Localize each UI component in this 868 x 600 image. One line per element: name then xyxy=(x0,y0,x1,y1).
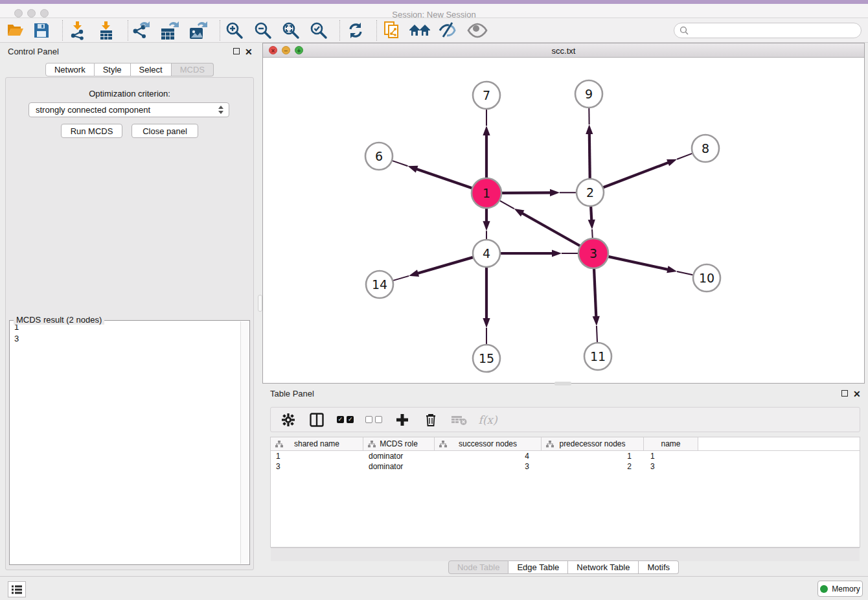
graph-edge-2-8[interactable] xyxy=(603,154,692,188)
table-settings-button[interactable] xyxy=(279,411,298,428)
table-row[interactable]: 1 dominator 4 1 1 xyxy=(271,451,860,461)
svg-text:3: 3 xyxy=(589,246,597,260)
graph-edge-4-15[interactable] xyxy=(483,267,490,344)
run-mcds-button[interactable]: Run MCDS xyxy=(61,124,122,138)
cell-predecessor-nodes[interactable]: 1 xyxy=(542,451,644,461)
result-scrollbar[interactable] xyxy=(240,321,249,564)
graph-node-6[interactable]: 6 xyxy=(365,143,393,170)
tab-select[interactable]: Select xyxy=(131,63,172,76)
import-table-button[interactable] xyxy=(95,20,118,41)
function-builder-button[interactable]: f(x) xyxy=(478,411,497,428)
cell-name[interactable]: 3 xyxy=(644,461,698,472)
zoom-out-button[interactable] xyxy=(251,20,275,41)
table-scrollbar-area[interactable] xyxy=(271,548,860,561)
column-label: name xyxy=(661,439,680,448)
select-all-columns-button[interactable]: ✓ ✓ xyxy=(336,411,355,428)
tab-network-table[interactable]: Network Table xyxy=(568,560,639,574)
list-icon xyxy=(11,584,23,595)
table-panel-float-button[interactable] xyxy=(841,390,848,397)
toolbar-separator xyxy=(62,20,63,41)
delete-column-button[interactable] xyxy=(421,411,440,428)
memory-button[interactable]: Memory xyxy=(817,581,863,597)
graph-edge-4-3[interactable] xyxy=(500,249,578,257)
mcds-result-group: MCDS result (2 nodes) 1 3 xyxy=(9,320,250,565)
tab-mcds[interactable]: MCDS xyxy=(172,63,214,76)
graph-edge-3-11[interactable] xyxy=(593,268,600,342)
cell-predecessor-nodes[interactable]: 2 xyxy=(542,461,644,472)
tab-network[interactable]: Network xyxy=(45,63,95,76)
column-header-name[interactable]: name xyxy=(644,437,698,450)
column-header-mcds-role[interactable]: MCDS role xyxy=(363,437,435,450)
add-column-button[interactable] xyxy=(393,411,412,428)
refresh-button[interactable] xyxy=(344,20,367,41)
import-network-button[interactable] xyxy=(66,20,89,41)
graph-node-4[interactable]: 4 xyxy=(473,240,500,267)
zoom-fit-button[interactable] xyxy=(279,20,303,41)
graph-edge-2-9[interactable] xyxy=(586,108,593,179)
show-graphics-button[interactable] xyxy=(466,20,489,41)
graph-edge-3-10[interactable] xyxy=(608,257,692,275)
graph-edge-1-2[interactable] xyxy=(501,189,576,196)
save-session-button[interactable] xyxy=(30,20,53,41)
control-panel-float-button[interactable] xyxy=(233,48,240,54)
column-header-predecessor-nodes[interactable]: predecessor nodes xyxy=(542,437,644,450)
graph-edge-1-6[interactable] xyxy=(393,161,472,188)
clone-network-button[interactable] xyxy=(380,20,404,41)
task-history-button[interactable] xyxy=(8,581,26,597)
zoom-selected-button[interactable] xyxy=(307,20,330,41)
export-table-button[interactable] xyxy=(158,20,181,41)
unselect-all-columns-button[interactable] xyxy=(364,411,383,428)
export-network-button[interactable] xyxy=(130,20,153,41)
cell-mcds-role[interactable]: dominator xyxy=(363,461,435,472)
column-header-successor-nodes[interactable]: successor nodes xyxy=(435,437,542,450)
search-input[interactable] xyxy=(689,24,861,37)
import-table-icon xyxy=(97,21,116,40)
graph-edge-4-14[interactable] xyxy=(393,257,474,281)
cell-successor-nodes[interactable]: 3 xyxy=(435,461,542,472)
optimization-criterion-select[interactable]: strongly connected component xyxy=(29,102,229,117)
cell-shared-name[interactable]: 1 xyxy=(271,451,363,461)
tab-motifs[interactable]: Motifs xyxy=(639,560,679,574)
horizontal-split-handle[interactable] xyxy=(554,382,571,386)
show-column-panel-button[interactable] xyxy=(307,411,326,428)
graph-edge-2-3[interactable] xyxy=(588,206,595,238)
tab-node-table[interactable]: Node Table xyxy=(448,560,509,574)
node-table-header: shared name MCDS role successor nodes pr… xyxy=(271,437,860,451)
open-folder-icon xyxy=(6,22,25,39)
cell-mcds-role[interactable]: dominator xyxy=(363,451,435,461)
graph-node-1[interactable]: 1 xyxy=(472,178,501,208)
vertical-split-handle[interactable] xyxy=(258,295,262,312)
cell-name[interactable]: 1 xyxy=(644,451,698,461)
cell-successor-nodes[interactable]: 4 xyxy=(435,451,542,461)
column-header-shared-name[interactable]: shared name xyxy=(271,437,363,450)
graph-node-7[interactable]: 7 xyxy=(473,82,500,109)
graph-node-15[interactable]: 15 xyxy=(473,345,500,372)
graph-edge-1-4[interactable] xyxy=(483,208,490,239)
zoom-in-button[interactable] xyxy=(223,20,246,41)
graph-edge-1-7[interactable] xyxy=(483,110,490,178)
network-graph-canvas[interactable]: 1234678910111415 xyxy=(263,58,864,383)
table-panel-close-button[interactable]: ✕ xyxy=(853,391,861,397)
toolbar-separator xyxy=(339,20,340,41)
graph-node-2[interactable]: 2 xyxy=(577,179,604,206)
tab-style[interactable]: Style xyxy=(95,63,131,76)
graph-node-10[interactable]: 10 xyxy=(693,264,720,292)
checked-box-icon: ✓ xyxy=(347,416,354,423)
graph-node-8[interactable]: 8 xyxy=(692,135,719,162)
cell-shared-name[interactable]: 3 xyxy=(271,461,363,472)
table-row[interactable]: 3 dominator 3 2 3 xyxy=(271,461,860,472)
graph-edge-3-1[interactable] xyxy=(500,201,580,246)
hide-graphics-button[interactable] xyxy=(437,20,460,41)
tab-edge-table[interactable]: Edge Table xyxy=(508,560,568,574)
export-image-button[interactable] xyxy=(187,20,210,41)
open-file-button[interactable] xyxy=(4,20,27,41)
graph-node-14[interactable]: 14 xyxy=(366,271,393,298)
control-panel-close-button[interactable]: ✕ xyxy=(245,49,253,55)
home-layout-button[interactable] xyxy=(408,20,431,41)
graph-node-9[interactable]: 9 xyxy=(575,80,602,108)
graph-node-11[interactable]: 11 xyxy=(584,343,611,370)
close-panel-button[interactable]: Close panel xyxy=(131,124,198,138)
graph-node-3[interactable]: 3 xyxy=(578,238,608,268)
delete-table-button[interactable] xyxy=(450,411,469,428)
network-window-titlebar[interactable]: × − + scc.txt xyxy=(263,43,864,58)
